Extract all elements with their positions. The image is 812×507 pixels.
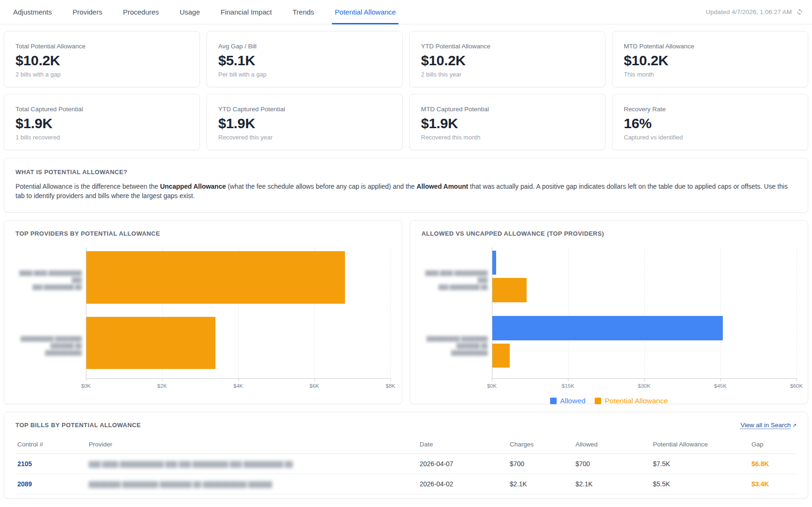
legend-item-potential-allowance[interactable]: Potential Allowance [595, 397, 667, 405]
kpi-total-potential-allowance: Total Potential Allowance $10.2K 2 bills… [4, 31, 200, 87]
tab-adjustments[interactable]: Adjustments [12, 0, 53, 24]
control-number-link[interactable]: 2105 [15, 453, 87, 474]
chart-category-axis: ████ ████ ██████████ ██████ █████████ ██… [15, 247, 86, 379]
kpi-avg-gap-bill: Avg Gap / Bill $5.1K Per bill with a gap [207, 31, 403, 87]
bar-value [86, 251, 345, 304]
x-axis-tick-label: $30K [638, 383, 651, 389]
table-row: 2089 ████████ █████████ ████████ ██ ████… [15, 474, 797, 494]
legend-item-allowed[interactable]: Allowed [550, 397, 585, 405]
chart-top-providers-by-potential-allowance: TOP PROVIDERS BY POTENTIAL ALLOWANCE ███… [4, 220, 402, 404]
provider-name-redacted: ███ ████ ███████████ ███ ███ █████████ █… [89, 461, 293, 468]
control-number-link[interactable]: 2089 [15, 474, 87, 494]
col-header-gap: Gap [750, 436, 797, 454]
tab-financial-impact[interactable]: Financial Impact [220, 0, 273, 24]
provider-name-redacted: ████████ █████████ ████████ ██ █████████… [89, 481, 272, 488]
axis-tick [644, 379, 645, 381]
gridline [568, 247, 569, 378]
kpi-ytd-captured-potential: YTD Captured Potential $1.9K Recovered t… [207, 94, 403, 150]
kpi-value: $1.9K [15, 115, 188, 131]
bar-potential-allowance [492, 278, 527, 302]
kpi-label: Avg Gap / Bill [218, 43, 391, 50]
bill-allowed: $700 [574, 453, 651, 474]
tab-usage[interactable]: Usage [179, 0, 201, 24]
chart-x-axis: $0K$2K$4K$6K$8K [86, 379, 391, 391]
chart-plot-area [86, 247, 391, 379]
gridline [720, 247, 721, 378]
table-row: 2105 ███ ████ ███████████ ███ ███ ██████… [15, 453, 797, 474]
kpi-total-captured-potential: Total Captured Potential $1.9K 1 bills r… [4, 94, 200, 150]
tab-trends[interactable]: Trends [291, 0, 315, 24]
bill-charges: $2.1K [508, 474, 574, 494]
last-updated-timestamp: Updated 4/7/2026, 1:06:27 AM [706, 8, 792, 15]
bill-gap: $3.4K [750, 474, 797, 494]
x-axis-tick-label: $15K [562, 383, 575, 389]
x-axis-tick-label: $8K [386, 383, 395, 389]
top-bills-table: Control # Provider Date Charges Allowed … [15, 436, 797, 494]
refresh-icon[interactable] [796, 8, 804, 16]
bar-value [86, 317, 215, 369]
kpi-value: $10.2K [421, 53, 594, 69]
chart-plot-area [492, 247, 797, 379]
gridline [797, 247, 797, 378]
external-link-arrow-icon: ↗ [792, 422, 797, 429]
kpi-subtext: 2 bills this year [421, 71, 594, 78]
legend-swatch [595, 398, 601, 404]
kpi-label: Total Captured Potential [15, 106, 188, 113]
kpi-subtext: Per bill with a gap [218, 71, 391, 78]
bill-gap: $6.8K [750, 453, 797, 474]
bar-allowed [492, 251, 496, 275]
chart-category-axis: ████ ████ ██████████ ██████ █████████ ██… [421, 247, 492, 379]
bill-date: 2026-04-02 [418, 474, 508, 494]
kpi-mtd-potential-allowance: MTD Potential Allowance $10.2K This mont… [612, 31, 808, 87]
gridline [391, 247, 391, 378]
top-bills-table-card: TOP BILLS BY POTENTIAL ALLOWANCE View al… [4, 412, 808, 499]
x-axis-tick-label: $45K [714, 383, 727, 389]
axis-tick [720, 379, 721, 381]
kpi-subtext: Recovered this month [421, 134, 594, 141]
kpi-subtext: 2 bills with a gap [15, 71, 188, 78]
bill-charges: $700 [508, 453, 574, 474]
kpi-value: $5.1K [218, 53, 391, 69]
category-label-redacted: ██████████ ███████████████ ██ ██████████… [421, 313, 492, 379]
col-header-date: Date [418, 436, 508, 454]
legend-label: Allowed [560, 397, 585, 405]
axis-tick [492, 379, 492, 381]
chart-legend: AllowedPotential Allowance [421, 397, 797, 405]
tab-providers[interactable]: Providers [72, 0, 103, 24]
kpi-mtd-captured-potential: MTD Captured Potential $1.9K Recovered t… [409, 94, 605, 150]
charts-row: TOP PROVIDERS BY POTENTIAL ALLOWANCE ███… [4, 220, 808, 404]
kpi-value: $1.9K [218, 115, 391, 131]
category-label-redacted: ████ ████ ██████████ ██████ █████████ ██ [15, 247, 86, 313]
bill-potential-allowance: $7.5K [651, 453, 750, 474]
view-all-in-search-link[interactable]: View all in Search↗ [741, 422, 797, 429]
x-axis-tick-label: $60K [790, 383, 803, 389]
kpi-label: Total Potential Allowance [15, 43, 188, 50]
info-panel-title: WHAT IS POTENTIAL ALLOWANCE? [15, 169, 797, 176]
kpi-label: MTD Captured Potential [421, 106, 594, 113]
category-label-redacted: ████ ████ ██████████ ██████ █████████ ██ [421, 247, 492, 313]
chart-title: TOP PROVIDERS BY POTENTIAL ALLOWANCE [15, 230, 391, 237]
axis-tick [314, 379, 315, 381]
tab-potential-allowance[interactable]: Potential Allowance [334, 0, 397, 24]
axis-tick [568, 379, 568, 381]
bar-potential-allowance [492, 344, 510, 368]
chart-title: ALLOWED VS UNCAPPED ALLOWANCE (TOP PROVI… [421, 230, 797, 237]
bill-potential-allowance: $5.5K [651, 474, 750, 494]
kpi-label: YTD Potential Allowance [421, 43, 594, 50]
kpi-recovery-rate: Recovery Rate 16% Captured vs identified [612, 94, 808, 150]
bill-allowed: $2.1K [574, 474, 651, 494]
kpi-value: $10.2K [15, 53, 188, 69]
kpi-value: 16% [624, 115, 797, 131]
kpi-label: Recovery Rate [624, 106, 797, 113]
kpi-label: MTD Potential Allowance [624, 43, 797, 50]
kpi-value: $10.2K [624, 53, 797, 69]
axis-tick [797, 379, 797, 381]
table-header-row: Control # Provider Date Charges Allowed … [15, 436, 797, 454]
tab-procedures[interactable]: Procedures [122, 0, 160, 24]
top-tab-bar: Adjustments Providers Procedures Usage F… [0, 0, 812, 24]
info-panel-text: Potential Allowance is the difference be… [15, 182, 795, 201]
bar-allowed [492, 316, 723, 340]
axis-tick [238, 379, 239, 381]
x-axis-tick-label: $4K [233, 383, 243, 389]
x-axis-tick-label: $0K [487, 383, 497, 389]
